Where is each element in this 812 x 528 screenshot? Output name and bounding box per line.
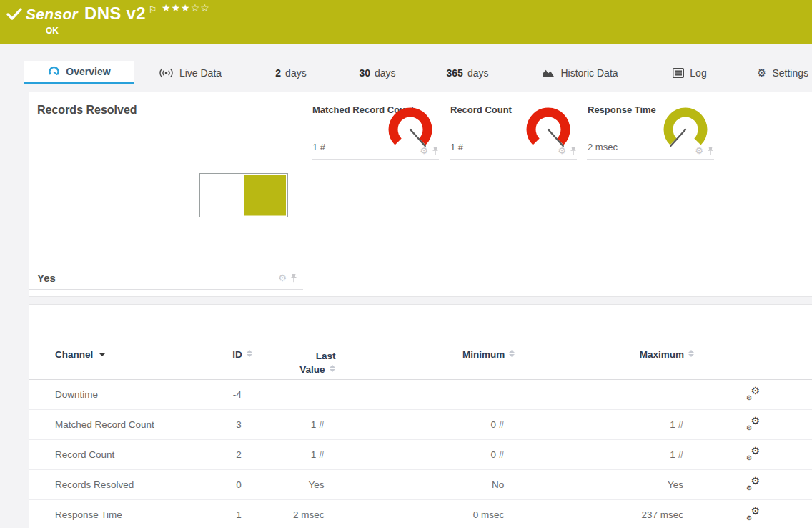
channel-settings-icon[interactable]: ⚙⚙ <box>746 508 760 520</box>
status-check-icon <box>6 8 22 24</box>
tab-log[interactable]: Log <box>668 61 712 84</box>
channel-settings-icon[interactable]: ⚙⚙ <box>746 448 760 460</box>
tile-title: Response Time <box>588 104 656 115</box>
tile-response-time[interactable]: Response Time 2 msec ⚙ <box>587 92 714 160</box>
channel-name: Response Time <box>29 509 219 520</box>
tab-2-days[interactable]: 2 days <box>266 61 316 84</box>
gear-icon[interactable]: ⚙ <box>558 146 566 155</box>
tile-records-resolved[interactable]: Records Resolved Yes ⚙ <box>29 92 303 290</box>
sensor-name: DNS v2 <box>84 4 146 24</box>
tab-365-days[interactable]: 365 days <box>437 61 497 84</box>
table-row: Downtime -4 ⚙⚙ <box>29 380 812 410</box>
table-row: Response Time 1 2 msec 0 msec 237 msec ⚙… <box>29 500 812 528</box>
table-row: Record Count 2 1 # 0 # 1 # ⚙⚙ <box>29 440 812 470</box>
records-resolved-graph <box>199 173 288 220</box>
sort-icon <box>330 365 336 372</box>
gear-icon[interactable]: ⚙ <box>695 146 703 155</box>
tile-value: 2 msec <box>588 142 618 152</box>
tile-value: Yes <box>37 272 56 284</box>
channel-name: Downtime <box>29 389 219 400</box>
column-header-channel[interactable]: Channel <box>29 349 219 360</box>
tab-historic-data[interactable]: Historic Data <box>533 61 628 84</box>
priority-stars[interactable]: ★★★☆☆ <box>162 2 210 14</box>
log-icon <box>673 68 684 78</box>
tab-overview[interactable]: Overview <box>24 61 134 84</box>
channel-name: Records Resolved <box>29 479 219 490</box>
status-badge: OK <box>46 26 59 36</box>
overview-tiles-panel: Records Resolved Yes ⚙ Matched Record Co… <box>29 92 812 297</box>
tile-value: 1 # <box>450 142 463 152</box>
tile-tools: ⚙ <box>420 146 439 155</box>
channel-name: Matched Record Count <box>29 419 219 430</box>
gear-icon[interactable]: ⚙ <box>420 146 428 155</box>
tab-30-days[interactable]: 30 days <box>350 61 405 84</box>
column-header-maximum[interactable]: Maximum <box>515 349 695 360</box>
sensor-kind-label: Sensor <box>26 6 78 23</box>
sensor-header: Sensor DNS v2 ⚐ ★★★☆☆ OK <box>0 0 812 44</box>
table-row: Records Resolved 0 Yes No Yes ⚙⚙ <box>29 470 812 500</box>
sort-icon <box>509 350 515 357</box>
sort-icon <box>247 350 253 357</box>
channel-name: Record Count <box>29 449 219 460</box>
flag-icon[interactable]: ⚐ <box>149 4 157 15</box>
pin-icon[interactable] <box>707 146 714 155</box>
column-header-last-value[interactable]: Last Value <box>253 349 336 376</box>
gauge-icon <box>48 66 60 77</box>
gear-icon[interactable]: ⚙ <box>278 273 287 283</box>
table-header-row: Channel ID Last Value Minimum Maximum <box>29 305 812 380</box>
pin-icon[interactable] <box>570 146 577 155</box>
gear-icon: ⚙ <box>757 67 766 78</box>
table-row: Matched Record Count 3 1 # 0 # 1 # ⚙⚙ <box>29 410 812 440</box>
tile-record-count[interactable]: Record Count 1 # ⚙ <box>450 92 577 160</box>
tab-bar: Overview Live Data 2 days 30 days 365 da… <box>0 44 812 86</box>
tile-title: Records Resolved <box>37 104 137 117</box>
column-header-id[interactable]: ID <box>219 349 253 360</box>
historic-data-icon <box>543 68 555 78</box>
channel-settings-icon[interactable]: ⚙⚙ <box>746 388 760 400</box>
tile-tools: ⚙ <box>278 273 297 283</box>
tile-title: Record Count <box>450 104 512 115</box>
sort-caret-icon <box>99 353 106 356</box>
live-data-icon <box>159 68 174 78</box>
tile-tools: ⚙ <box>558 146 577 155</box>
column-header-minimum[interactable]: Minimum <box>336 349 516 360</box>
sort-icon <box>688 350 695 357</box>
channel-settings-icon[interactable]: ⚙⚙ <box>746 478 760 490</box>
tile-matched-record-count[interactable]: Matched Record Count 1 # ⚙ <box>312 92 439 160</box>
tab-settings[interactable]: ⚙ Settings <box>750 61 812 84</box>
channel-settings-icon[interactable]: ⚙⚙ <box>746 418 760 430</box>
pin-icon[interactable] <box>290 273 297 283</box>
tile-tools: ⚙ <box>695 146 714 155</box>
channel-table-panel: Channel ID Last Value Minimum Maximum Do… <box>29 304 812 528</box>
pin-icon[interactable] <box>432 146 439 155</box>
tile-value: 1 # <box>312 142 325 152</box>
tab-live-data[interactable]: Live Data <box>150 61 230 84</box>
